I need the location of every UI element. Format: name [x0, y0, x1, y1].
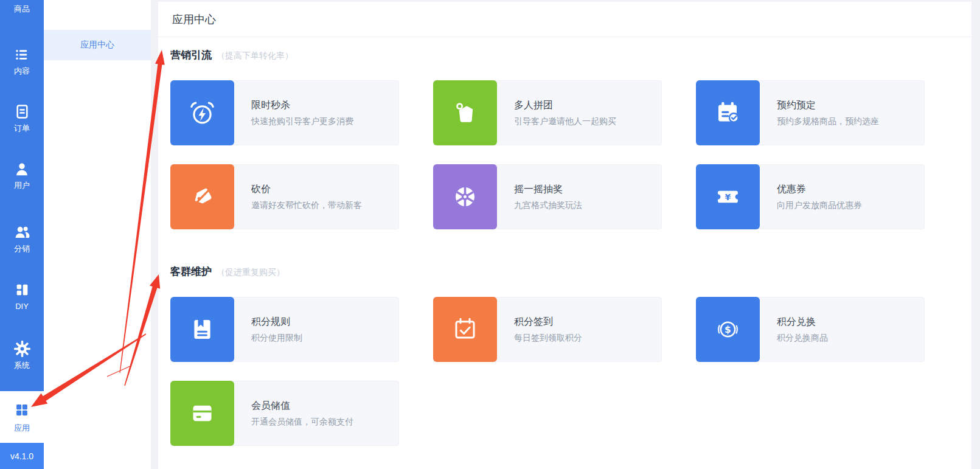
app-card-title: 积分规则	[251, 316, 302, 327]
sidebar-item-orders[interactable]: 订单	[0, 103, 44, 132]
secondary-sidebar: 应用中心	[44, 0, 151, 469]
app-card-title: 限时秒杀	[251, 99, 353, 111]
section-title: 营销引流	[170, 48, 212, 62]
section-note: （提高下单转化率）	[217, 50, 293, 61]
sidebar-item-label: DIY	[15, 302, 29, 310]
sidebar-item-label: 订单	[14, 124, 30, 132]
calendar-check-icon	[696, 80, 760, 145]
alarm-clock-icon	[170, 80, 234, 145]
main-panel: 应用中心 营销引流（提高下单转化率）限时秒杀快速抢购引导客户更多消费多人拼团引导…	[158, 2, 971, 469]
app-card-title: 会员储值	[251, 400, 353, 411]
app-card-body: 积分兑换积分兑换商品	[760, 297, 828, 361]
sidebar-item-products[interactable]: 商品	[0, 5, 44, 13]
app-card-desc: 预约多规格商品，预约选座	[777, 116, 879, 127]
primary-sidebar: 商品内容订单用户分销DIY系统应用 v4.1.0	[0, 0, 44, 469]
app-card-desc: 向用户发放商品优惠券	[777, 200, 862, 210]
app-card-desc: 开通会员储值，可余额支付	[251, 417, 353, 427]
app-card-points-rules[interactable]: 积分规则积分使用限制	[170, 297, 399, 362]
rulebook-icon	[170, 297, 234, 362]
app-card-flash-sale[interactable]: 限时秒杀快速抢购引导客户更多消费	[170, 80, 399, 145]
app-card-desc: 邀请好友帮忙砍价，带动新客	[251, 200, 362, 210]
app-card-body: 积分规则积分使用限制	[234, 297, 302, 361]
section-note: （促进重复购买）	[217, 267, 285, 278]
app-card-desc: 九宫格式抽奖玩法	[514, 200, 582, 210]
layout-icon	[15, 282, 30, 298]
credit-card-icon	[170, 381, 234, 446]
sidebar-item-label: 内容	[14, 67, 30, 75]
app-card-desc: 快速抢购引导客户更多消费	[251, 116, 353, 127]
sidebar-item-content[interactable]: 内容	[0, 46, 44, 75]
sidebar-item-diy[interactable]: DIY	[0, 282, 44, 310]
sidebar-item-label: 应用	[14, 424, 30, 432]
app-section-marketing: 营销引流（提高下单转化率）限时秒杀快速抢购引导客户更多消费多人拼团引导客户邀请他…	[170, 48, 959, 229]
sidebar-item-label: 系统	[14, 361, 30, 369]
app-card-body: 摇一摇抽奖九宫格式抽奖玩法	[497, 165, 582, 229]
app-card-group-buy[interactable]: 多人拼团引导客户邀请他人一起购买	[433, 80, 662, 145]
app-card-title: 多人拼团	[514, 99, 616, 111]
coupon-icon: ¥	[696, 164, 760, 229]
section-header: 客群维护（促进重复购买）	[170, 265, 959, 279]
dollar-coin-icon: $	[696, 297, 760, 362]
app-card-points-exchange[interactable]: $积分兑换积分兑换商品	[696, 297, 925, 362]
app-card-title: 预约预定	[777, 99, 879, 111]
app-card-desc: 积分兑换商品	[777, 333, 828, 343]
group-buy-bag-icon	[433, 80, 497, 145]
app-card-title: 优惠券	[777, 183, 862, 195]
sidebar-item-users[interactable]: 用户	[0, 161, 44, 189]
users-icon	[14, 224, 30, 240]
app-card-title: 积分兑换	[777, 316, 828, 327]
sidebar-item-label: 商品	[14, 5, 30, 13]
page-title: 应用中心	[158, 2, 971, 37]
sidebar-item-distribution[interactable]: 分销	[0, 224, 44, 252]
price-tag-icon	[170, 164, 234, 229]
app-card-body: 优惠券向用户发放商品优惠券	[760, 165, 862, 229]
sidebar-item-label: 用户	[14, 181, 30, 189]
app-card-points-checkin[interactable]: 积分签到每日签到领取积分	[433, 297, 662, 362]
user-icon	[14, 161, 30, 177]
app-card-title: 砍价	[251, 183, 362, 195]
app-card-desc: 每日签到领取积分	[514, 333, 582, 343]
app-center-content: 营销引流（提高下单转化率）限时秒杀快速抢购引导客户更多消费多人拼团引导客户邀请他…	[158, 37, 971, 446]
sidebar-item-label: 分销	[14, 245, 30, 252]
app-card-desc: 积分使用限制	[251, 333, 302, 343]
app-card-coupon[interactable]: ¥优惠券向用户发放商品优惠券	[696, 164, 925, 229]
version-badge: v4.1.0	[0, 443, 44, 469]
app-card-body: 预约预定预约多规格商品，预约选座	[760, 81, 879, 145]
sidebar-item-apps[interactable]: 应用	[0, 391, 44, 443]
document-icon	[15, 103, 30, 120]
app-card-lucky-draw[interactable]: 摇一摇抽奖九宫格式抽奖玩法	[433, 164, 662, 229]
app-card-title: 积分签到	[514, 316, 582, 327]
app-card-member-balance[interactable]: 会员储值开通会员储值，可余额支付	[170, 381, 399, 446]
app-card-body: 会员储值开通会员储值，可余额支付	[234, 381, 353, 445]
app-card-body: 积分签到每日签到领取积分	[497, 297, 582, 361]
app-card-body: 砍价邀请好友帮忙砍价，带动新客	[234, 165, 362, 229]
grid-icon	[14, 402, 30, 419]
app-card-body: 限时秒杀快速抢购引导客户更多消费	[234, 81, 353, 145]
list-icon	[14, 46, 30, 63]
section-title: 客群维护	[170, 265, 212, 279]
app-section-customer: 客群维护（促进重复购买）积分规则积分使用限制积分签到每日签到领取积分$积分兑换积…	[170, 265, 959, 446]
app-card-desc: 引导客户邀请他人一起购买	[514, 116, 616, 127]
svg-text:$: $	[725, 324, 731, 335]
lucky-wheel-icon	[433, 164, 497, 229]
app-card-booking[interactable]: 预约预定预约多规格商品，预约选座	[696, 80, 925, 145]
gear-icon	[14, 341, 30, 357]
submenu-item-app-center[interactable]: 应用中心	[44, 30, 151, 60]
calendar-checkin-icon	[433, 297, 497, 362]
section-header: 营销引流（提高下单转化率）	[170, 48, 959, 62]
app-card-body: 多人拼团引导客户邀请他人一起购买	[497, 81, 616, 145]
svg-text:¥: ¥	[725, 192, 731, 202]
app-card-bargain[interactable]: 砍价邀请好友帮忙砍价，带动新客	[170, 164, 399, 229]
app-card-title: 摇一摇抽奖	[514, 183, 582, 195]
app-admin-page: { "sidebar": { "items": [ {"id":"product…	[0, 0, 980, 469]
sidebar-item-system[interactable]: 系统	[0, 341, 44, 369]
